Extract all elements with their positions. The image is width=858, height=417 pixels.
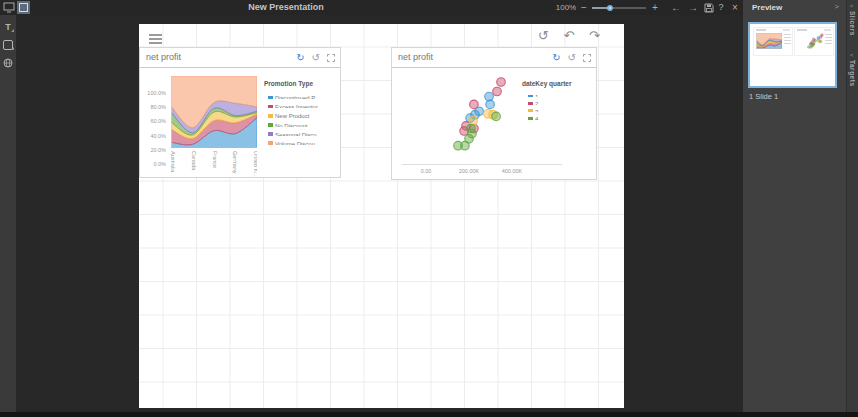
area-chart-header: net profit ↻ ↺ <box>140 48 340 68</box>
zoom-slider-thumb[interactable] <box>607 5 613 11</box>
legend-label: New Product <box>275 113 309 117</box>
legend-item-2: 2 <box>522 97 596 104</box>
shape-tool-button[interactable] <box>0 37 16 53</box>
area-chart-card[interactable]: net profit ↻ ↺ 100.0%80.0%60.0%40.0%20.0… <box>139 47 341 178</box>
y-tick-label: 60.0% <box>141 118 166 124</box>
help-button[interactable]: ? <box>716 0 726 15</box>
topbar: New Presentation 100% − + ← → ? × <box>0 0 743 15</box>
maximize-icon[interactable] <box>327 54 335 62</box>
tab-targets[interactable]: Targets <box>849 60 856 87</box>
area-x-axis: AustraliaCanadaFranceGermanyUnited Ki... <box>171 150 257 177</box>
legend-swatch <box>528 117 533 120</box>
close-window-button[interactable]: × <box>729 0 741 15</box>
scatter-point-q4 <box>819 40 822 43</box>
refresh-icon[interactable]: ↻ <box>296 50 304 65</box>
scatter-point-q2[interactable] <box>470 100 479 109</box>
legend-item-4: 4 <box>522 112 596 119</box>
y-tick-label: 80.0% <box>141 104 166 110</box>
scatter-point-q4 <box>812 43 815 46</box>
y-tick-label: 0.0% <box>141 161 166 167</box>
globe-icon <box>3 58 13 68</box>
mini-area-plot <box>756 33 782 49</box>
monitor-icon[interactable] <box>3 2 15 13</box>
text-tool-icon: T <box>5 22 11 32</box>
dropdown-corner-icon <box>11 47 14 50</box>
scatter-chart-header-icons: ↻ ↺ <box>552 50 591 65</box>
slide-view-icon[interactable] <box>17 1 30 14</box>
scatter-point-q1[interactable] <box>485 92 494 101</box>
area-chart-header-icons: ↻ ↺ <box>296 50 335 65</box>
save-icon[interactable] <box>704 3 714 13</box>
slide-caption: 1 Slide 1 <box>749 92 778 101</box>
left-toolbar: T <box>0 15 16 412</box>
back-button[interactable]: ← <box>670 0 682 15</box>
legend-item-excess-inventor: Excess Inventor... <box>264 99 340 108</box>
scatter-chart-card[interactable]: net profit ↻ ↺ 0.00200.00K400.00K dateKe… <box>391 47 597 180</box>
area-chart-plot[interactable] <box>171 76 257 148</box>
x-category-label: Germany <box>232 151 238 174</box>
reset-icon[interactable]: ↺ <box>533 25 554 47</box>
thumbnail-scatter-chart <box>794 27 834 56</box>
slide-thumbnail[interactable] <box>748 22 837 88</box>
chevron-left-icon[interactable]: < <box>850 3 854 9</box>
scatter-point-q2[interactable] <box>493 87 502 96</box>
x-category-label: France <box>212 151 218 168</box>
legend-swatch <box>268 141 273 145</box>
mini-scatter-plot <box>797 33 825 52</box>
y-tick-label: 100.0% <box>141 90 166 96</box>
slide-actions-toolbar: ↺ ↶ ↷ × <box>533 25 624 47</box>
area-chart-legend: Promotion Type Discontinued P...Excess I… <box>264 80 340 145</box>
chevron-left-icon[interactable]: < <box>850 52 854 58</box>
preview-header: Preview <box>752 3 782 12</box>
maximize-icon[interactable] <box>583 54 591 62</box>
thumbnail-area-chart <box>753 27 793 56</box>
slide-canvas: ↺ ↶ ↷ × net profit ↻ ↺ 100.0%80.0%60.0%4… <box>139 24 624 408</box>
area-chart-title: net profit <box>146 52 181 62</box>
mini-legend-dashes <box>784 34 791 46</box>
scatter-chart-legend: dateKey quarter 1234 <box>522 80 596 120</box>
mini-legend-dashes <box>825 34 832 46</box>
scatter-x-axis: 0.00200.00K400.00K <box>402 168 562 176</box>
zoom-in-button[interactable]: + <box>650 0 660 15</box>
app-root: New Presentation 100% − + ← → ? × T <box>0 0 858 417</box>
x-tick-label: 200.00K <box>454 168 484 174</box>
scatter-point-q2[interactable] <box>497 78 506 87</box>
refresh-icon[interactable]: ↻ <box>552 50 560 65</box>
scatter-chart-header: net profit ↻ ↺ <box>392 48 596 68</box>
menu-icon <box>149 34 162 36</box>
preview-panel: Preview > 1 Slide 1 <box>743 0 846 412</box>
legend-item-3: 3 <box>522 105 596 112</box>
zoom-out-button[interactable]: − <box>579 0 589 15</box>
legend-label: Volume Discou... <box>275 141 320 145</box>
legend-label: 4 <box>535 116 538 119</box>
slide-view-glyph <box>19 3 28 12</box>
scatter-point-q1[interactable] <box>486 100 495 109</box>
scatter-point-q4[interactable] <box>492 112 501 121</box>
right-tab-strip: < Slicers < Targets <box>846 0 858 412</box>
legend-item-1: 1 <box>522 90 596 97</box>
forward-button[interactable]: → <box>687 0 699 15</box>
scatter-point-q2 <box>821 34 824 37</box>
x-category-label: Australia <box>171 151 176 172</box>
scatter-point-q3[interactable] <box>469 116 478 125</box>
web-tool-button[interactable] <box>0 55 16 71</box>
scatter-x-axis-line <box>402 164 562 165</box>
x-category-label: United Ki... <box>253 151 257 177</box>
scatter-point-q4[interactable] <box>467 124 476 133</box>
legend-title: Promotion Type <box>264 80 340 87</box>
chevron-right-icon[interactable]: > <box>834 2 839 11</box>
presentation-title: New Presentation <box>216 0 356 15</box>
text-tool-button[interactable]: T <box>0 19 16 35</box>
bottom-status-strip <box>0 412 858 417</box>
rotate-icon[interactable]: ↺ <box>312 50 320 65</box>
x-tick-label: 0.00 <box>411 168 441 174</box>
legend-item-seasonal-disco: Seasonal Disco... <box>264 127 340 136</box>
menu-button[interactable] <box>145 30 165 47</box>
scatter-point-q2 <box>812 38 815 41</box>
zoom-slider[interactable] <box>592 7 646 9</box>
redo-icon[interactable]: ↷ <box>584 25 605 47</box>
tab-slicers[interactable]: Slicers <box>849 11 856 36</box>
rotate-icon[interactable]: ↺ <box>568 50 576 65</box>
y-tick-label: 20.0% <box>141 147 166 153</box>
undo-icon[interactable]: ↶ <box>558 25 579 47</box>
